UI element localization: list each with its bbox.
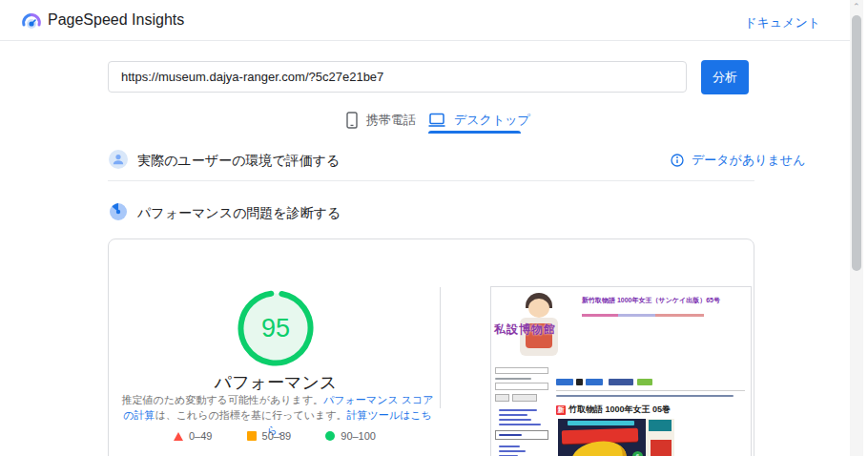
performance-score-gauge[interactable]: 95 [237,289,315,367]
performance-report-card: 95 パフォーマンス 推定値のため変動する可能性があります。パフォーマンス スコ… [108,238,754,456]
thumb-heading-text: 竹取物語 1000年女王 05巻 [568,404,671,416]
app-title[interactable]: PageSpeed Insights [48,11,184,29]
tab-mobile[interactable]: 携帯電話 [346,109,416,132]
thumb-link-line [499,414,527,416]
legend-range-label: 90–100 [341,430,376,442]
thumb-link-line [499,450,526,452]
thumb-select-box [495,367,548,374]
scrollbar-thumb[interactable] [852,15,861,271]
thumb-button [495,394,509,402]
disclaimer-text-2: は、これらの指標を基に行っています。 [155,409,346,421]
thumb-search-box [495,383,548,390]
tab-desktop-label: デスクトップ [454,112,530,129]
field-data-user-icon [108,149,129,170]
legend-item-fail: 0–49 [174,430,212,442]
thumb-link-line [499,434,522,436]
active-tab-underline [428,131,521,134]
analyze-button[interactable]: 分析 [701,60,749,94]
mobile-phone-icon [346,112,358,129]
thumb-link-line [499,424,541,425]
thumb-page-title: 新竹取物語 1000年女王（サンケイ出版）65号 [582,296,746,304]
legend-green-circle-icon [325,431,335,441]
legend-range-label: 50–89 [262,430,292,442]
lab-section-title: パフォーマンスの問題を診断する [137,205,341,222]
thumb-tags-line [556,395,734,397]
page-scrollbar[interactable]: ⌃ [850,0,863,456]
app-header: PageSpeed Insights ドキュメント [0,0,855,41]
thumb-share-button [576,379,583,385]
thumb-share-button [637,379,652,385]
documentation-link[interactable]: ドキュメント [744,14,820,31]
performance-label: パフォーマンス [180,371,371,394]
url-input[interactable]: https://museum.dajya-ranger.com/?5c27e21… [108,61,687,93]
thumb-share-button [586,379,603,385]
no-data-label: データがありません [692,152,805,169]
info-icon [671,154,684,167]
thumb-subtitle-placeholder [582,314,704,317]
tab-desktop[interactable]: デスクトップ [428,109,530,132]
cover-volume-badge: 6 [632,451,643,456]
no-data-status[interactable]: データがありません [671,152,805,169]
legend-item-average: 50–89 [247,430,292,442]
scrollbar-up-arrow-icon[interactable]: ⌃ [853,3,860,10]
legend-red-triangle-icon [174,432,183,441]
thumb-text-line [495,378,531,380]
section-divider [108,180,754,181]
thumb-button [512,394,537,402]
field-section-title: 実際のユーザーの環境で評価する [137,153,340,170]
thumb-share-button [609,379,633,385]
comic-cover-image: 6 [558,419,674,456]
tab-mobile-label: 携帯電話 [366,112,416,129]
thumb-site-name: 私設博物館 [494,321,556,338]
thumb-divider [556,390,745,391]
disclaimer-text-1: 推定値のため変動する可能性があります。 [122,394,324,405]
page-screenshot-thumbnail: 私設博物館 新竹取物語 1000年女王（サンケイ出版）65号 新 竹取物語 10… [490,286,752,456]
thumb-article-heading: 新 竹取物語 1000年女王 05巻 [556,404,671,416]
legend-item-good: 90–100 [325,430,376,442]
lab-data-gauge-icon [108,201,129,222]
score-legend: 0–49 50–89 90–100 [174,430,376,442]
card-vertical-divider [440,287,441,408]
legend-orange-square-icon [247,431,257,441]
new-badge: 新 [556,405,566,415]
thumb-share-button [556,379,573,385]
pagespeed-logo-icon [21,10,42,31]
thumb-link-line [499,419,531,421]
performance-score-value: 95 [237,289,315,367]
desktop-icon [428,113,445,128]
thumb-link-line [499,446,520,447]
thumb-link-line [499,409,537,411]
legend-range-label: 0–49 [189,430,212,442]
